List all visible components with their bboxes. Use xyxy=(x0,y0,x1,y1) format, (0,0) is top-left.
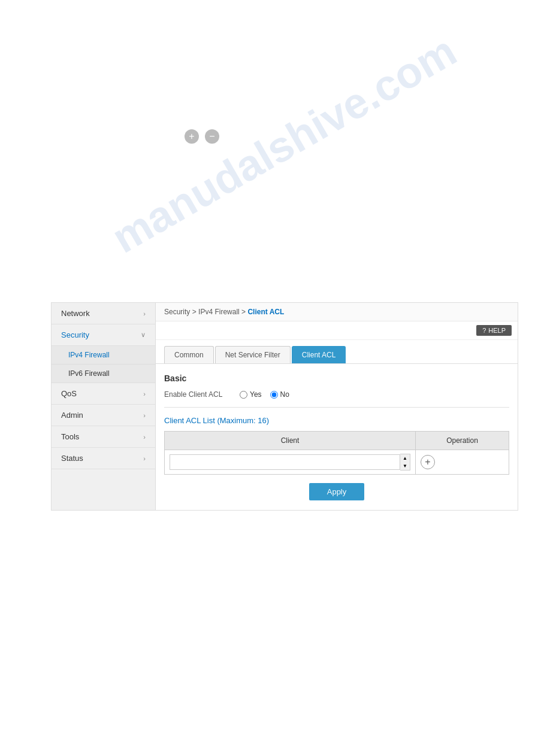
acl-list-title-max: (Maximum: 16) xyxy=(217,416,269,425)
radio-no-option[interactable]: No xyxy=(270,390,289,399)
radio-yes-input[interactable] xyxy=(240,391,247,399)
tab-client-acl[interactable]: Client ACL xyxy=(292,346,346,363)
help-bar: ? HELP xyxy=(156,321,518,340)
zoom-controls: + − xyxy=(185,129,219,144)
help-icon: ? xyxy=(482,327,486,334)
sidebar-label-status: Status xyxy=(61,454,83,463)
sidebar-label-qos: QoS xyxy=(61,389,77,398)
chevron-right-icon-qos: › xyxy=(143,390,146,397)
sidebar-item-admin[interactable]: Admin › xyxy=(52,405,155,426)
main-layout: Network › Security ∨ IPv4 Firewall IPv6 … xyxy=(51,302,518,511)
breadcrumb: Security > IPv4 Firewall > Client ACL xyxy=(156,303,518,321)
sidebar-item-ipv4-firewall[interactable]: IPv4 Firewall xyxy=(52,346,155,365)
acl-list-title: Client ACL List (Maximum: 16) xyxy=(164,416,509,425)
chevron-down-icon: ∨ xyxy=(141,331,146,339)
sidebar: Network › Security ∨ IPv4 Firewall IPv6 … xyxy=(51,302,156,511)
sidebar-item-tools[interactable]: Tools › xyxy=(52,426,155,448)
sidebar-label-admin: Admin xyxy=(61,411,83,420)
sidebar-label-security: Security xyxy=(61,330,89,339)
sidebar-item-status[interactable]: Status › xyxy=(52,448,155,469)
sidebar-item-security[interactable]: Security ∨ xyxy=(52,324,155,346)
zoom-in-button[interactable]: + xyxy=(185,129,199,144)
operation-cell: + xyxy=(416,450,509,475)
sidebar-item-network[interactable]: Network › xyxy=(52,303,155,324)
enable-client-acl-radio-group: Yes No xyxy=(240,390,289,399)
radio-yes-label: Yes xyxy=(250,390,262,399)
section-title-basic: Basic xyxy=(164,374,509,383)
radio-no-label: No xyxy=(280,390,289,399)
acl-table: Client Operation ▲ ▼ xyxy=(164,431,509,475)
tab-net-service-filter[interactable]: Net Service Filter xyxy=(215,346,291,363)
content-area: Security > IPv4 Firewall > Client ACL ? … xyxy=(156,302,518,511)
watermark: manudalshive.com xyxy=(104,26,464,262)
radio-no-input[interactable] xyxy=(270,391,278,399)
sidebar-label-network: Network xyxy=(61,309,90,318)
apply-button[interactable]: Apply xyxy=(309,483,365,500)
chevron-right-icon-status: › xyxy=(143,455,146,462)
acl-list-title-prefix: Client ACL List xyxy=(164,416,217,425)
client-input-spinner: ▲ ▼ xyxy=(170,454,410,470)
section-divider xyxy=(164,407,509,408)
spinner-down-button[interactable]: ▼ xyxy=(400,462,410,470)
col-client: Client xyxy=(165,432,416,450)
chevron-right-icon-admin: › xyxy=(143,412,146,419)
tab-common[interactable]: Common xyxy=(164,346,214,363)
sidebar-security-submenu: IPv4 Firewall IPv6 Firewall xyxy=(52,346,155,383)
chevron-right-icon: › xyxy=(143,310,146,317)
breadcrumb-sep2: > xyxy=(241,308,247,316)
help-button[interactable]: ? HELP xyxy=(476,325,512,336)
section-content: Basic Enable Client ACL Yes No Cli xyxy=(156,364,518,510)
sidebar-item-ipv6-firewall[interactable]: IPv6 Firewall xyxy=(52,365,155,383)
client-cell: ▲ ▼ xyxy=(165,450,416,475)
breadcrumb-security: Security xyxy=(164,308,190,316)
spinner-buttons: ▲ ▼ xyxy=(400,454,410,470)
enable-client-acl-row: Enable Client ACL Yes No xyxy=(164,390,509,399)
help-label: HELP xyxy=(488,327,506,334)
chevron-right-icon-tools: › xyxy=(143,433,146,441)
radio-yes-option[interactable]: Yes xyxy=(240,390,262,399)
breadcrumb-sep1: > xyxy=(192,308,198,316)
sidebar-item-qos[interactable]: QoS › xyxy=(52,383,155,405)
client-input[interactable] xyxy=(170,454,400,470)
enable-client-acl-label: Enable Client ACL xyxy=(164,390,230,399)
table-row: ▲ ▼ + xyxy=(165,450,509,475)
tab-bar: Common Net Service Filter Client ACL xyxy=(156,340,518,364)
breadcrumb-ipv4: IPv4 Firewall xyxy=(198,308,240,316)
spinner-up-button[interactable]: ▲ xyxy=(400,454,410,462)
col-operation: Operation xyxy=(416,432,509,450)
zoom-out-button[interactable]: − xyxy=(205,129,219,144)
sidebar-label-tools: Tools xyxy=(61,432,79,441)
breadcrumb-current: Client ACL xyxy=(247,308,284,316)
add-row-button[interactable]: + xyxy=(421,455,435,469)
